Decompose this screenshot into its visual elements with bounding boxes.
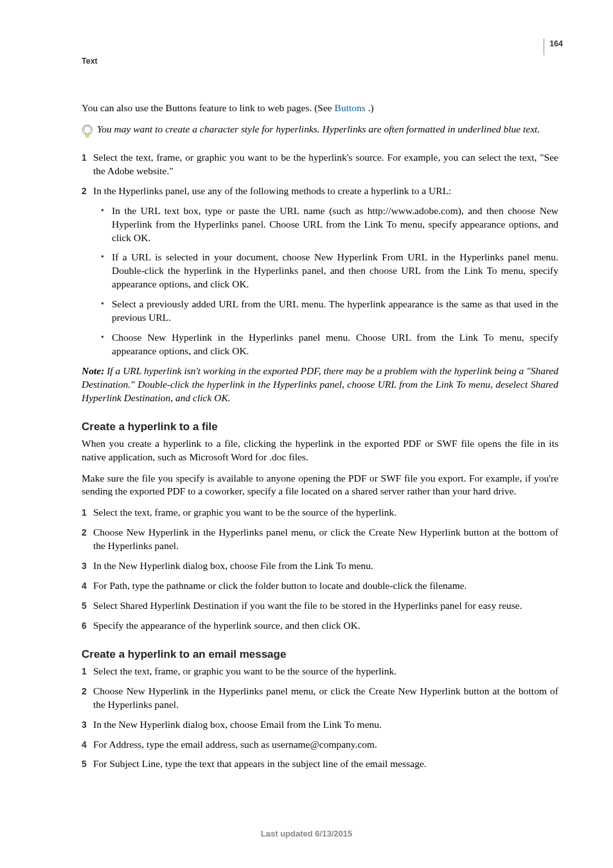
- step-item: 1Select the text, frame, or graphic you …: [82, 506, 558, 520]
- step-text: For Subject Line, type the text that app…: [93, 757, 558, 771]
- step-text: For Path, type the pathname or click the…: [93, 579, 558, 593]
- step-number: 2: [82, 685, 93, 698]
- page: 164 Text You can also use the Buttons fe…: [0, 0, 613, 868]
- steps-url: 1 Select the text, frame, or graphic you…: [82, 151, 558, 358]
- running-header: Text: [82, 57, 558, 66]
- step-text: Choose New Hyperlink in the Hyperlinks p…: [93, 526, 558, 553]
- bullet-text: Choose New Hyperlink in the Hyperlinks p…: [112, 331, 558, 358]
- step-text: Select the text, frame, or graphic you w…: [93, 665, 558, 678]
- step-item: 1 Select the text, frame, or graphic you…: [82, 151, 558, 178]
- footer-last-updated: Last updated 6/13/2015: [0, 829, 613, 838]
- step-number: 1: [82, 665, 93, 678]
- bullet-icon: •: [101, 204, 112, 217]
- step-number: 5: [82, 599, 93, 612]
- step-text: Specify the appearance of the hyperlink …: [93, 619, 558, 633]
- step-item: 2Choose New Hyperlink in the Hyperlinks …: [82, 685, 558, 712]
- buttons-link[interactable]: Buttons: [335, 102, 366, 113]
- bullet-icon: •: [101, 331, 112, 344]
- step-item: 3In the New Hyperlink dialog box, choose…: [82, 559, 558, 573]
- note-label: Note:: [82, 365, 107, 376]
- intro-paragraph: You can also use the Buttons feature to …: [82, 102, 558, 115]
- intro-text-post: .): [366, 102, 374, 113]
- bullet-text: Select a previously added URL from the U…: [112, 298, 558, 325]
- step-number: 1: [82, 151, 93, 164]
- step-item: 4For Address, type the email address, su…: [82, 738, 558, 752]
- step-number: 3: [82, 559, 93, 572]
- tip-text: You may want to create a character style…: [97, 123, 540, 136]
- step-item: 1Select the text, frame, or graphic you …: [82, 665, 558, 678]
- step-item: 2 In the Hyperlinks panel, use any of th…: [82, 185, 558, 198]
- step-number: 3: [82, 718, 93, 731]
- step-item: 2Choose New Hyperlink in the Hyperlinks …: [82, 526, 558, 553]
- step-text: For Address, type the email address, suc…: [93, 738, 558, 752]
- step-text: In the Hyperlinks panel, use any of the …: [93, 185, 558, 198]
- bullet-item: • In the URL text box, type or paste the…: [101, 204, 558, 245]
- step-number: 1: [82, 506, 93, 519]
- step-text: Choose New Hyperlink in the Hyperlinks p…: [93, 685, 558, 712]
- step-number: 4: [82, 738, 93, 751]
- step-number: 6: [82, 619, 93, 632]
- tip-callout: You may want to create a character style…: [82, 123, 558, 140]
- step-text: In the New Hyperlink dialog box, choose …: [93, 559, 558, 573]
- step-text: Select the text, frame, or graphic you w…: [93, 506, 558, 520]
- step-item: 5Select Shared Hyperlink Destination if …: [82, 599, 558, 613]
- page-number: 164: [549, 39, 563, 48]
- bullet-list: • In the URL text box, type or paste the…: [82, 204, 558, 358]
- bullet-text: In the URL text box, type or paste the U…: [112, 204, 558, 245]
- lightbulb-icon: [82, 124, 93, 140]
- step-number: 2: [82, 526, 93, 539]
- steps-file: 1Select the text, frame, or graphic you …: [82, 506, 558, 632]
- steps-email: 1Select the text, frame, or graphic you …: [82, 665, 558, 772]
- heading-email: Create a hyperlink to an email message: [82, 648, 558, 661]
- bullet-icon: •: [101, 251, 112, 264]
- step-number: 2: [82, 185, 93, 197]
- bullet-icon: •: [101, 298, 112, 311]
- bullet-item: • Select a previously added URL from the…: [101, 298, 558, 325]
- file-paragraph-1: When you create a hyperlink to a file, c…: [82, 437, 558, 464]
- step-number: 5: [82, 757, 93, 770]
- step-item: 5For Subject Line, type the text that ap…: [82, 757, 558, 771]
- file-paragraph-2: Make sure the file you specify is availa…: [82, 472, 558, 499]
- page-number-container: 164: [544, 39, 563, 55]
- step-text: In the New Hyperlink dialog box, choose …: [93, 718, 558, 732]
- step-text: Select Shared Hyperlink Destination if y…: [93, 599, 558, 613]
- intro-text-pre: You can also use the Buttons feature to …: [82, 102, 335, 113]
- bullet-item: • If a URL is selected in your document,…: [101, 251, 558, 291]
- bullet-item: • Choose New Hyperlink in the Hyperlinks…: [101, 331, 558, 358]
- heading-file: Create a hyperlink to a file: [82, 420, 558, 433]
- step-text: Select the text, frame, or graphic you w…: [93, 151, 558, 178]
- step-item: 4For Path, type the pathname or click th…: [82, 579, 558, 593]
- note-paragraph: Note: If a URL hyperlink isn't working i…: [82, 365, 558, 405]
- step-item: 6Specify the appearance of the hyperlink…: [82, 619, 558, 633]
- bullet-text: If a URL is selected in your document, c…: [112, 251, 558, 291]
- step-number: 4: [82, 579, 93, 592]
- note-body: If a URL hyperlink isn't working in the …: [82, 365, 558, 403]
- step-item: 3In the New Hyperlink dialog box, choose…: [82, 718, 558, 732]
